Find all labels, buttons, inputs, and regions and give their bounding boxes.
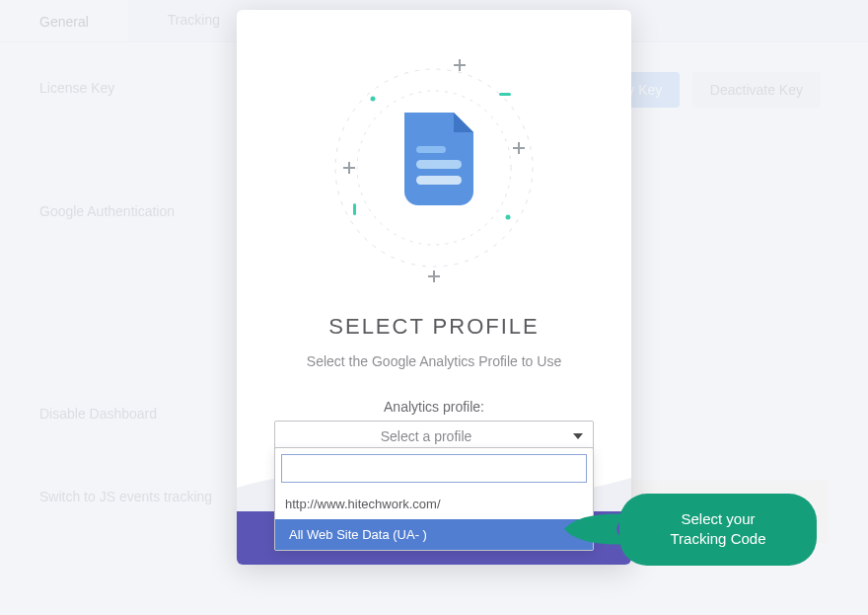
analytics-profile-label: Analytics profile:	[274, 399, 594, 415]
chevron-down-icon	[573, 433, 583, 439]
profile-group-label: http://www.hitechwork.com/	[275, 489, 593, 519]
document-icon	[404, 113, 473, 205]
svg-rect-15	[416, 176, 462, 185]
tooltip-line2: Tracking Code	[671, 530, 766, 547]
profile-option-allwebsitedata[interactable]: All Web Site Data (UA- )	[275, 519, 593, 550]
tooltip-line1: Select your	[681, 510, 755, 527]
svg-rect-13	[499, 93, 511, 96]
profile-search-input[interactable]	[281, 454, 587, 483]
svg-point-10	[371, 97, 376, 102]
select-placeholder: Select a profile	[381, 428, 472, 444]
svg-rect-12	[353, 203, 356, 215]
svg-rect-16	[416, 146, 446, 153]
instruction-tooltip: Select your Tracking Code	[619, 494, 817, 566]
modal-title: SELECT PROFILE	[274, 314, 594, 340]
profile-dropdown-panel: http://www.hitechwork.com/ All Web Site …	[274, 447, 594, 551]
svg-point-11	[506, 215, 511, 220]
profile-illustration	[306, 39, 562, 296]
select-profile-modal: SELECT PROFILE Select the Google Analyti…	[237, 10, 631, 565]
modal-subtitle: Select the Google Analytics Profile to U…	[274, 353, 594, 369]
svg-rect-14	[416, 160, 462, 169]
